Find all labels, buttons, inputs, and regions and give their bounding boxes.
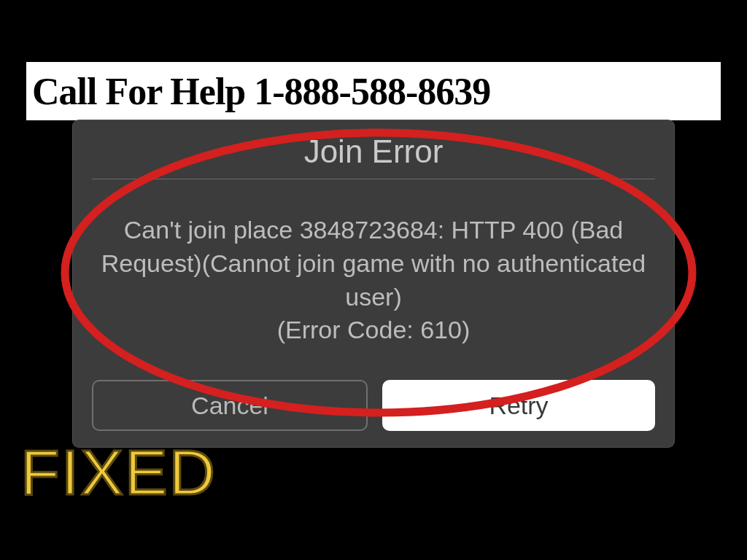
dialog-message-line: Request)(Cannot join game with no authen… (101, 247, 646, 281)
dialog-message: Can't join place 3848723684: HTTP 400 (B… (92, 179, 655, 374)
help-banner: Call For Help 1-888-588-8639 (26, 62, 721, 120)
fixed-overlay-label: FIXED (20, 440, 217, 505)
cancel-button[interactable]: Cancel (92, 380, 368, 431)
dialog-message-line: user) (345, 281, 401, 314)
help-banner-text: Call For Help 1-888-588-8639 (32, 70, 490, 113)
dialog-button-row: Cancel Retry (92, 380, 655, 431)
retry-button[interactable]: Retry (382, 380, 655, 431)
dialog-message-line: (Error Code: 610) (277, 314, 471, 347)
dialog-title: Join Error (92, 133, 655, 179)
dialog-message-line: Can't join place 3848723684: HTTP 400 (B… (124, 214, 623, 247)
join-error-dialog: Join Error Can't join place 3848723684: … (73, 120, 674, 447)
